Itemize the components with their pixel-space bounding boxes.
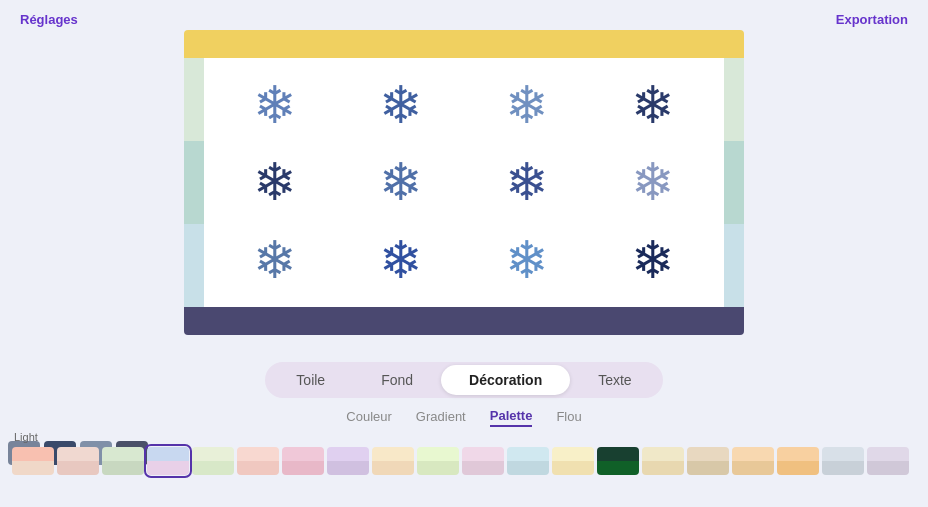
palette-item-14[interactable] <box>642 447 684 475</box>
strip-left-1 <box>184 58 204 141</box>
palette-section: Light <box>0 427 928 507</box>
snowflake-item: ❄ <box>253 156 297 208</box>
palette-item-3[interactable] <box>147 447 189 475</box>
sub-tab-flou[interactable]: Flou <box>556 407 581 426</box>
strip-left-3 <box>184 224 204 307</box>
export-button[interactable]: Exportation <box>836 12 908 27</box>
tab-texte[interactable]: Texte <box>570 365 659 395</box>
palette-item-1[interactable] <box>57 447 99 475</box>
tab-fond[interactable]: Fond <box>353 365 441 395</box>
palette-item-8[interactable] <box>372 447 414 475</box>
sub-tab-couleur[interactable]: Couleur <box>346 407 392 426</box>
palette-grid <box>12 447 916 475</box>
palette-item-15[interactable] <box>687 447 729 475</box>
snowflake-item: ❄ <box>505 79 549 131</box>
strip-bottom <box>184 307 744 335</box>
palette-item-7[interactable] <box>327 447 369 475</box>
sub-tab-palette[interactable]: Palette <box>490 406 533 427</box>
canvas-area: ❄❄❄❄❄❄❄❄❄❄❄❄ <box>184 30 744 335</box>
palette-item-6[interactable] <box>282 447 324 475</box>
strip-right-3 <box>724 224 744 307</box>
settings-button[interactable]: Réglages <box>20 12 78 27</box>
palette-item-16[interactable] <box>732 447 774 475</box>
strip-top <box>184 30 744 58</box>
palette-item-17[interactable] <box>777 447 819 475</box>
palette-item-2[interactable] <box>102 447 144 475</box>
palette-item-5[interactable] <box>237 447 279 475</box>
white-canvas: ❄❄❄❄❄❄❄❄❄❄❄❄ <box>204 58 724 307</box>
canvas-border: ❄❄❄❄❄❄❄❄❄❄❄❄ <box>184 30 744 335</box>
snowflake-item: ❄ <box>631 79 675 131</box>
palette-item-11[interactable] <box>507 447 549 475</box>
tab-toile[interactable]: Toile <box>268 365 353 395</box>
sub-tab-gradient[interactable]: Gradient <box>416 407 466 426</box>
palette-item-13[interactable] <box>597 447 639 475</box>
palette-item-19[interactable] <box>867 447 909 475</box>
snowflake-item: ❄ <box>379 156 423 208</box>
palette-label: Light <box>12 431 916 443</box>
snowflake-item: ❄ <box>505 234 549 286</box>
palette-item-9[interactable] <box>417 447 459 475</box>
palette-item-12[interactable] <box>552 447 594 475</box>
palette-item-18[interactable] <box>822 447 864 475</box>
palette-item-10[interactable] <box>462 447 504 475</box>
snowflake-item: ❄ <box>253 234 297 286</box>
strip-right-2 <box>724 141 744 224</box>
main-tabs: ToileFondDécorationTexte <box>265 362 662 398</box>
snowflake-item: ❄ <box>631 234 675 286</box>
strip-right-1 <box>724 58 744 141</box>
palette-item-4[interactable] <box>192 447 234 475</box>
snowflake-item: ❄ <box>505 156 549 208</box>
strips-left <box>184 58 204 307</box>
sub-tabs: CouleurGradientPaletteFlou <box>346 406 581 427</box>
tab-decoration[interactable]: Décoration <box>441 365 570 395</box>
strip-left-2 <box>184 141 204 224</box>
snowflake-item: ❄ <box>631 156 675 208</box>
strips-right <box>724 58 744 307</box>
tab-section: ToileFondDécorationTexte CouleurGradient… <box>124 362 804 427</box>
snowflake-item: ❄ <box>253 79 297 131</box>
palette-item-0[interactable] <box>12 447 54 475</box>
snowflake-item: ❄ <box>379 79 423 131</box>
snowflake-item: ❄ <box>379 234 423 286</box>
